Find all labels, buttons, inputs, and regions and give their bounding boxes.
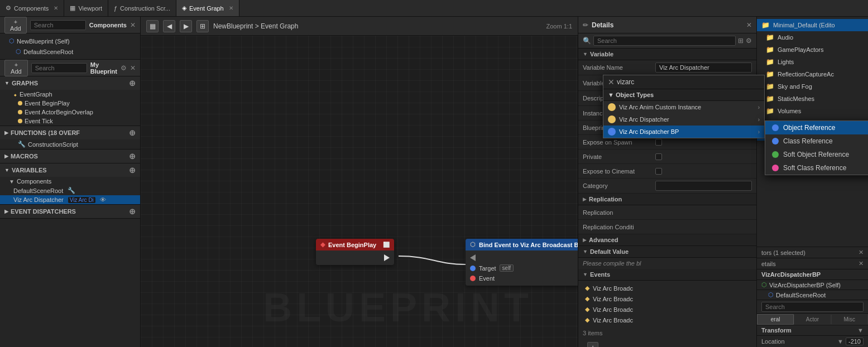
sub-item-soft-class[interactable]: Soft Class Reference (765, 161, 868, 175)
actor-tab[interactable]: Actor (794, 314, 831, 325)
graphs-add-icon[interactable]: ⊕ (129, 79, 136, 88)
my-blueprint-settings-icon[interactable]: ⚙ (121, 64, 127, 72)
variable-section-header[interactable]: ▼ Variable (578, 49, 756, 60)
details-settings-icon[interactable]: ⚙ (746, 37, 752, 45)
dispatchers-arrow-icon: ▶ (4, 209, 8, 214)
tab-components[interactable]: ⚙ Components ✕ (0, 0, 64, 16)
asset-item-static[interactable]: 📁 StaticMeshes (757, 93, 868, 105)
dropdown-item-dispatcher-bp[interactable]: Viz Arc Dispatcher BP › (603, 126, 764, 138)
dropdown-clear-icon[interactable]: ✕ (608, 78, 615, 86)
sub-dropdown[interactable]: Object Reference Class Reference Soft Ob… (765, 121, 868, 175)
event-beginplay-item[interactable]: Event BeginPlay (0, 99, 140, 108)
category-input[interactable] (655, 181, 752, 191)
asset-item-volumes[interactable]: 📁 Volumes (757, 105, 868, 117)
folder-icon-static: 📁 (766, 95, 774, 103)
details-grid-icon[interactable]: ⊞ (738, 37, 744, 45)
variable-name-input[interactable] (655, 62, 752, 73)
asset-item-sky[interactable]: 📁 Sky and Fog (757, 80, 868, 93)
components-tab-close[interactable]: ✕ (54, 5, 58, 11)
event-item-4[interactable]: ◆ Viz Arc Broadc (578, 315, 756, 325)
constructionscript-item[interactable]: 🔧 ConstructionScript (0, 139, 140, 149)
event-item-3[interactable]: ◆ Viz Arc Broadc (578, 304, 756, 315)
bottom-search-input[interactable] (761, 302, 864, 312)
asset-item-reflection[interactable]: 📁 ReflectionCaptureAc (757, 68, 868, 80)
dropdown-object-types-header: ▼ Object Types (603, 89, 764, 101)
nav-right-button[interactable]: ▶ (180, 20, 192, 32)
folder-icon-volumes: 📁 (766, 107, 774, 115)
event-beginplay-close[interactable]: ⬜ (383, 242, 390, 248)
blueprint-canvas[interactable]: BLUEPRINT ◆ Event BeginPlay ⬜ (141, 36, 578, 347)
asset-label-volumes: Volumes (778, 108, 801, 114)
asset-item-minimal[interactable]: 📁 Minimal_Default (Edito (757, 19, 868, 31)
dropdown-item-anim[interactable]: Viz Arc Anim Custom Instance › (603, 101, 764, 113)
nav-back-button[interactable]: ▦ (146, 20, 159, 32)
components-tree: ⬡ NewBlueprint (Self) ⬡ DefaultSceneRoot (0, 33, 140, 59)
dropdown-item-dispatcher[interactable]: Viz Arc Dispatcher › (603, 113, 764, 126)
event-actoroverlap-item[interactable]: Event ActorBeginOverlap (0, 108, 140, 117)
bind-event-node[interactable]: ⬡ Bind Event to Viz Arc Broadcast Bool T… (466, 239, 578, 286)
events-section-header[interactable]: ▼ Events (578, 269, 756, 281)
asset-item-lights[interactable]: 📁 Lights (757, 56, 868, 68)
folder-icon-lights: 📁 (766, 58, 774, 66)
location-expand-icon: ▼ (837, 338, 843, 345)
functions-add-icon[interactable]: ⊕ (129, 128, 136, 137)
event-beginplay-node[interactable]: ◆ Event BeginPlay ⬜ (316, 239, 394, 265)
sub-item-soft-object[interactable]: Soft Object Reference (765, 148, 868, 161)
details-sub-close[interactable]: ✕ (859, 260, 864, 267)
dispatchers-add-icon[interactable]: ⊕ (129, 207, 136, 216)
private-checkbox[interactable] (655, 153, 662, 160)
dropdown-search-input[interactable] (617, 78, 760, 86)
components-close-icon[interactable]: ✕ (130, 21, 136, 29)
viz-arc-dispatcher-var-item[interactable]: Viz Arc Dispatcher Viz Arc Di 👁 (0, 195, 140, 204)
my-blueprint-close-icon[interactable]: ✕ (130, 64, 136, 72)
my-blueprint-add-button[interactable]: + Add (4, 60, 28, 76)
macros-add-icon[interactable]: ⊕ (129, 152, 136, 161)
events-add-button[interactable]: + (587, 342, 598, 347)
functions-section-header[interactable]: ▶ FUNCTIONS (18 OVERF ⊕ (0, 126, 140, 139)
graphs-section-header[interactable]: ▼ GRAPHS ⊕ (0, 76, 140, 90)
type-dropdown[interactable]: ✕ ▼ Object Types Viz Arc Anim Custom Ins… (603, 75, 765, 138)
event-item-2[interactable]: ◆ Viz Arc Broadc (578, 293, 756, 304)
components-add-button[interactable]: + Add (4, 17, 27, 33)
nav-left-button[interactable]: ◀ (163, 20, 175, 32)
macros-section: ▶ MACROS ⊕ (0, 150, 140, 163)
asset-item-audio[interactable]: 📁 Audio (757, 31, 868, 44)
tree-item-defaultsceneroot[interactable]: ⬡ DefaultSceneRoot (0, 46, 140, 57)
macros-section-header[interactable]: ▶ MACROS ⊕ (0, 150, 140, 163)
variables-add-icon[interactable]: ⊕ (129, 166, 136, 175)
replication-cond-row: Replication Conditi (578, 220, 756, 234)
advanced-section-header[interactable]: ▶ Advanced (578, 234, 756, 246)
event-dispatchers-header[interactable]: ▶ EVENT DISPATCHERS ⊕ (0, 205, 140, 218)
eventgraph-item[interactable]: ⬥ EventGraph (0, 90, 140, 99)
defaultsceneroot-var-item[interactable]: DefaultSceneRoot 🔧 (0, 186, 140, 195)
asset-item-gameplay[interactable]: 📁 GamePlayActors (757, 44, 868, 56)
event-item-1[interactable]: ◆ Viz Arc Broadc (578, 283, 756, 293)
sub-item-object-ref[interactable]: Object Reference (765, 121, 868, 134)
nav-align-button[interactable]: ⊞ (196, 20, 209, 32)
soft-class-label: Soft Class Reference (783, 164, 846, 172)
components-variable-item[interactable]: ▼ Components (0, 177, 140, 186)
my-blueprint-search-input[interactable] (31, 63, 87, 73)
details-close-icon[interactable]: ✕ (746, 21, 752, 29)
components-var-icon: ▼ (9, 179, 15, 185)
replication-section-header[interactable]: ▶ Replication (578, 194, 756, 205)
variables-section: ▼ VARIABLES ⊕ ▼ Components DefaultSceneR… (0, 163, 140, 205)
actors-panel-close[interactable]: ✕ (859, 249, 864, 256)
tab-construction[interactable]: ƒ Construction Scr... (108, 0, 176, 16)
components-search-input[interactable] (30, 20, 86, 30)
default-value-header[interactable]: ▼ Default Value (578, 246, 756, 258)
event-label-3: Viz Arc Broadc (593, 306, 633, 313)
tab-event-graph[interactable]: ◈ Event Graph ✕ (176, 0, 239, 16)
expose-cinemat-checkbox[interactable] (655, 168, 662, 175)
general-tab[interactable]: eral (757, 314, 794, 325)
variables-section-header[interactable]: ▼ VARIABLES ⊕ (0, 163, 140, 177)
details-search-input[interactable] (593, 36, 736, 46)
sub-item-class-ref[interactable]: Class Reference (765, 134, 868, 148)
tree-item-newblueprint[interactable]: ⬡ NewBlueprint (Self) (0, 36, 140, 46)
tab-viewport[interactable]: ▦ Viewport (64, 0, 108, 16)
misc-tab[interactable]: Misc (831, 314, 868, 325)
event-tick-item[interactable]: Event Tick (0, 117, 140, 126)
expose-on-spawn-checkbox[interactable] (655, 139, 662, 146)
event-graph-tab-close[interactable]: ✕ (229, 5, 233, 11)
asset-panel: 📁 Minimal_Default (Edito 📁 Audio 📁 GameP… (756, 17, 868, 347)
